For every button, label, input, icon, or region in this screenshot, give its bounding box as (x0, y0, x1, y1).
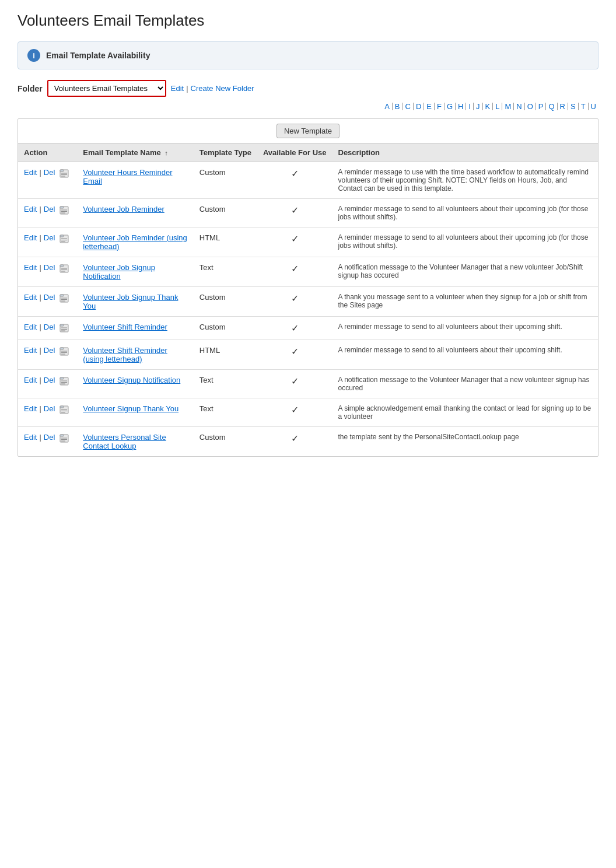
alpha-link-s[interactable]: S (568, 103, 579, 110)
alpha-link-t[interactable]: T (579, 103, 589, 110)
type-cell-3: Text (194, 257, 257, 287)
template-name-link-0[interactable]: Volunteer Hours Reminder Email (83, 168, 172, 186)
action-cell-5: Edit|Del (18, 317, 77, 340)
del-link-8[interactable]: Del (44, 404, 55, 413)
alpha-link-h[interactable]: H (456, 103, 466, 110)
edit-link-5[interactable]: Edit (24, 323, 37, 331)
available-cell-2: ✓ (257, 228, 332, 257)
edit-link-7[interactable]: Edit (24, 376, 37, 384)
alpha-link-c[interactable]: C (402, 103, 413, 110)
edit-link-4[interactable]: Edit (24, 293, 37, 302)
table-row: Edit|Del Volunteer Hours Reminder EmailC… (18, 162, 598, 199)
template-name-link-5[interactable]: Volunteer Shift Reminder (83, 323, 167, 331)
edit-link-6[interactable]: Edit (24, 346, 37, 355)
template-name-link-6[interactable]: Volunteer Shift Reminder (using letterhe… (83, 346, 167, 363)
checkmark-0: ✓ (263, 168, 327, 179)
alpha-link-q[interactable]: Q (546, 103, 557, 110)
alpha-link-e[interactable]: E (424, 103, 435, 110)
description-cell-8: A simple acknowledgement email thanking … (332, 398, 598, 427)
alpha-link-a[interactable]: A (382, 103, 393, 110)
action-sep-4: | (39, 293, 41, 302)
name-cell-3: Volunteer Job Signup Notification (77, 257, 193, 287)
move-icon-0[interactable] (60, 168, 71, 178)
template-name-link-1[interactable]: Volunteer Job Reminder (83, 205, 164, 214)
action-cell-8: Edit|Del (18, 398, 77, 427)
description-cell-0: A reminder message to use with the time … (332, 162, 598, 199)
alpha-link-r[interactable]: R (558, 103, 568, 110)
del-link-7[interactable]: Del (44, 376, 55, 384)
move-icon-5[interactable] (60, 323, 71, 333)
checkmark-4: ✓ (263, 293, 327, 304)
edit-link-8[interactable]: Edit (24, 404, 37, 413)
move-icon-6[interactable] (60, 346, 71, 356)
col-type: Template Type (194, 144, 257, 162)
available-cell-9: ✓ (257, 427, 332, 457)
alpha-link-d[interactable]: D (414, 103, 424, 110)
del-link-1[interactable]: Del (44, 205, 55, 214)
template-name-link-4[interactable]: Volunteer Job Signup Thank You (83, 293, 178, 310)
available-cell-3: ✓ (257, 257, 332, 287)
alpha-link-m[interactable]: M (502, 103, 514, 110)
alpha-link-k[interactable]: K (483, 103, 494, 110)
edit-link-0[interactable]: Edit (24, 168, 37, 177)
move-icon-7[interactable] (60, 376, 71, 386)
edit-folder-link[interactable]: Edit (171, 84, 184, 93)
del-link-0[interactable]: Del (44, 168, 55, 177)
move-icon-3[interactable] (60, 263, 71, 274)
edit-link-1[interactable]: Edit (24, 205, 37, 214)
available-cell-8: ✓ (257, 398, 332, 427)
del-link-3[interactable]: Del (44, 263, 55, 272)
checkmark-8: ✓ (263, 404, 327, 415)
template-name-link-9[interactable]: Volunteers Personal Site Contact Lookup (83, 433, 166, 450)
del-link-9[interactable]: Del (44, 433, 55, 442)
alpha-link-b[interactable]: B (393, 103, 403, 110)
del-link-6[interactable]: Del (44, 346, 55, 355)
table-row: Edit|Del Volunteer Shift Reminder (using… (18, 340, 598, 370)
del-link-5[interactable]: Del (44, 323, 55, 331)
table-row: Edit|Del Volunteer Shift ReminderCustom✓… (18, 317, 598, 340)
move-icon-8[interactable] (60, 404, 71, 415)
alpha-link-j[interactable]: J (474, 103, 483, 110)
move-icon-2[interactable] (60, 233, 71, 244)
svg-rect-11 (60, 235, 64, 237)
template-name-link-7[interactable]: Volunteer Signup Notification (83, 376, 180, 384)
create-folder-link[interactable]: Create New Folder (191, 84, 254, 93)
name-cell-1: Volunteer Job Reminder (77, 199, 193, 228)
alpha-link-p[interactable]: P (536, 103, 547, 110)
del-link-4[interactable]: Del (44, 293, 55, 302)
alpha-link-i[interactable]: I (466, 103, 474, 110)
available-cell-0: ✓ (257, 162, 332, 199)
templates-table: Action Email Template Name ↑ Template Ty… (18, 144, 598, 456)
type-cell-9: Custom (194, 427, 257, 457)
move-file-icon (60, 404, 71, 415)
name-cell-0: Volunteer Hours Reminder Email (77, 162, 193, 199)
template-name-link-8[interactable]: Volunteer Signup Thank You (83, 404, 178, 413)
folder-select[interactable]: Volunteers Email Templates (48, 81, 165, 96)
alpha-link-o[interactable]: O (525, 103, 536, 110)
alpha-link-f[interactable]: F (435, 103, 444, 110)
description-cell-7: A notification message to the Volunteer … (332, 370, 598, 398)
action-cell-0: Edit|Del (18, 162, 77, 199)
alpha-link-g[interactable]: G (444, 103, 456, 110)
action-sep-3: | (39, 263, 41, 272)
description-cell-1: A reminder message to send to all volunt… (332, 199, 598, 228)
action-cell-9: Edit|Del (18, 427, 77, 457)
alpha-link-l[interactable]: L (493, 103, 502, 110)
move-icon-1[interactable] (60, 205, 71, 215)
info-box-title: Email Template Availability (46, 51, 150, 60)
move-icon-9[interactable] (60, 433, 71, 443)
alpha-link-n[interactable]: N (514, 103, 524, 110)
del-link-2[interactable]: Del (44, 233, 55, 242)
edit-link-2[interactable]: Edit (24, 233, 37, 242)
move-icon-4[interactable] (60, 293, 71, 303)
svg-rect-21 (60, 295, 64, 296)
alpha-link-u[interactable]: U (589, 103, 598, 110)
template-name-link-3[interactable]: Volunteer Job Signup Notification (83, 263, 155, 281)
action-sep-5: | (39, 323, 41, 331)
template-name-link-2[interactable]: Volunteer Job Reminder (using letterhead… (83, 233, 187, 251)
edit-link-9[interactable]: Edit (24, 433, 37, 442)
action-cell-6: Edit|Del (18, 340, 77, 370)
sort-arrow[interactable]: ↑ (164, 149, 168, 156)
new-template-button[interactable]: New Template (276, 124, 340, 138)
edit-link-3[interactable]: Edit (24, 263, 37, 272)
